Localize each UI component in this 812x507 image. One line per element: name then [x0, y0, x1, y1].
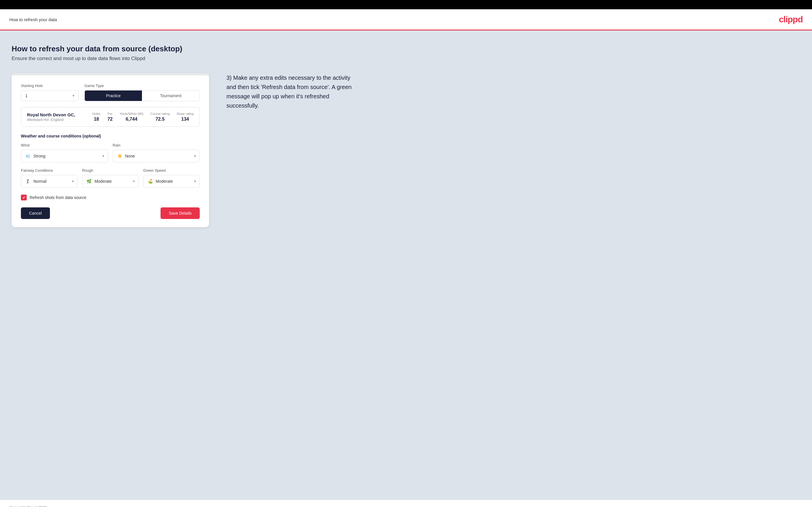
rain-icon: ☀️: [116, 153, 123, 159]
content-layout: Starting Hole 1 ▾ Game Type Practice Tou…: [12, 73, 800, 227]
yards-label: Yards/White (M)): [119, 112, 143, 115]
game-type-group: Game Type Practice Tournament: [85, 83, 200, 101]
button-row: Cancel Save Details: [21, 207, 200, 219]
par-stat: Par 72: [107, 112, 113, 122]
starting-hole-arrow-icon: ▾: [72, 94, 74, 98]
rain-group: Rain ☀️ None ▾: [113, 143, 200, 162]
rain-arrow-icon: ▾: [194, 154, 196, 158]
green-speed-group: Green Speed ⛳ Moderate ▾: [143, 168, 200, 188]
page-title: How to refresh your data from source (de…: [12, 44, 800, 53]
rough-value: Moderate: [95, 179, 112, 184]
starting-hole-label: Starting Hole: [21, 83, 79, 88]
refresh-label: Refresh shots from data source: [30, 195, 86, 200]
main-content: How to refresh your data from source (de…: [0, 31, 812, 500]
yards-stat: Yards/White (M)) 6,744: [119, 112, 143, 122]
footer: Copyright Clippd 2022: [0, 500, 812, 507]
slope-rating-stat: Slope rating 134: [176, 112, 194, 122]
rough-label: Rough: [82, 168, 139, 173]
refresh-checkbox[interactable]: ✓: [21, 194, 27, 201]
tournament-button[interactable]: Tournament: [142, 91, 199, 101]
game-type-label: Game Type: [85, 83, 200, 88]
page-subtitle: Ensure the correct and most up to date d…: [12, 56, 800, 61]
fairway-group: Fairway Conditions 🏌️ Normal ▾: [21, 168, 78, 188]
side-text: 3) Make any extra edits necessary to the…: [226, 73, 354, 110]
course-stats: Holes 18 Par 72 Yards/White (M)) 6,744: [92, 112, 194, 122]
rough-group: Rough 🌿 Moderate ▾: [82, 168, 139, 188]
wind-select[interactable]: 💨 Strong ▾: [21, 150, 108, 162]
starting-hole-group: Starting Hole 1 ▾: [21, 83, 79, 101]
refresh-row: ✓ Refresh shots from data source: [21, 194, 200, 201]
fairway-label: Fairway Conditions: [21, 168, 78, 173]
wind-arrow-icon: ▾: [102, 154, 104, 158]
rough-arrow-icon: ▾: [133, 179, 135, 183]
holes-label: Holes: [92, 112, 100, 115]
copyright-text: Copyright Clippd 2022: [9, 505, 47, 507]
form-card: Starting Hole 1 ▾ Game Type Practice Tou…: [12, 73, 209, 227]
save-details-button[interactable]: Save Details: [160, 207, 200, 219]
wind-rain-row: Wind 💨 Strong ▾ Rain: [21, 143, 200, 162]
wind-label: Wind: [21, 143, 108, 147]
rain-value: None: [125, 154, 135, 158]
conditions-row: Fairway Conditions 🏌️ Normal ▾ Rough: [21, 168, 200, 188]
par-value: 72: [107, 117, 113, 122]
green-speed-value: Moderate: [156, 179, 173, 184]
yards-value: 6,744: [126, 117, 137, 122]
fairway-select[interactable]: 🏌️ Normal ▾: [21, 175, 78, 188]
fairway-arrow-icon: ▾: [72, 179, 74, 183]
par-label: Par: [107, 112, 112, 115]
course-name: Royal North Devon GC,: [27, 112, 84, 117]
card-strip: [12, 73, 209, 75]
conditions-title: Weather and course conditions (optional): [21, 134, 200, 138]
wind-icon: 💨: [25, 153, 31, 159]
course-info: Royal North Devon GC, Westward Ho!, Engl…: [21, 107, 200, 127]
holes-stat: Holes 18: [92, 112, 100, 122]
practice-button[interactable]: Practice: [85, 91, 142, 101]
starting-hole-select[interactable]: 1 ▾: [21, 90, 79, 101]
cancel-button[interactable]: Cancel: [21, 207, 50, 219]
starting-hole-value: 1: [25, 94, 28, 98]
wind-group: Wind 💨 Strong ▾: [21, 143, 108, 162]
green-speed-arrow-icon: ▾: [194, 179, 196, 183]
rough-icon: 🌿: [86, 178, 92, 184]
fairway-icon: 🏌️: [25, 178, 31, 184]
header: How to refresh your data clippd: [0, 9, 812, 31]
wind-value: Strong: [33, 154, 45, 158]
holes-value: 18: [94, 117, 99, 122]
slope-rating-value: 134: [181, 117, 189, 122]
course-name-section: Royal North Devon GC, Westward Ho!, Engl…: [27, 112, 84, 122]
green-speed-icon: ⛳: [147, 178, 153, 184]
green-speed-select[interactable]: ⛳ Moderate ▾: [143, 175, 200, 188]
game-type-buttons: Practice Tournament: [85, 90, 200, 101]
course-rating-label: Course rating: [150, 112, 169, 115]
checkmark-icon: ✓: [22, 195, 26, 200]
rough-select[interactable]: 🌿 Moderate ▾: [82, 175, 139, 188]
green-speed-label: Green Speed: [143, 168, 200, 173]
slope-rating-label: Slope rating: [176, 112, 194, 115]
breadcrumb: How to refresh your data: [9, 17, 57, 22]
fairway-value: Normal: [33, 179, 46, 184]
rain-label: Rain: [113, 143, 200, 147]
course-rating-value: 72.5: [156, 117, 165, 122]
side-description: 3) Make any extra edits necessary to the…: [226, 73, 354, 110]
course-rating-stat: Course rating 72.5: [150, 112, 169, 122]
card-body: Starting Hole 1 ▾ Game Type Practice Tou…: [12, 75, 209, 227]
course-location: Westward Ho!, England: [27, 118, 84, 122]
logo: clippd: [779, 14, 803, 24]
top-bar: [0, 0, 812, 9]
rain-select[interactable]: ☀️ None ▾: [113, 150, 200, 162]
top-form-row: Starting Hole 1 ▾ Game Type Practice Tou…: [21, 83, 200, 101]
